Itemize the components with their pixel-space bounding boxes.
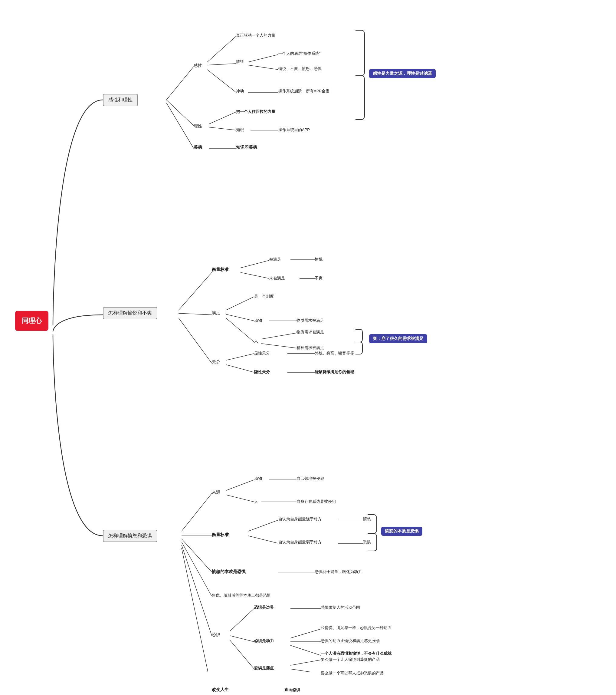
kongju-dongli-desc2: 恐惧的动力比愉悦和满足感更强劲: [321, 638, 380, 644]
qingxu-desc1: 一个人的底层"操作系统": [278, 51, 320, 56]
svg-line-16: [241, 260, 269, 268]
wei-bei-manzhu-label: 未被满足: [269, 275, 285, 281]
xianxing-desc: 外貌、身高、嗓音等等: [315, 351, 354, 356]
ren2-desc2: 精神需求被满足: [297, 345, 324, 351]
connector-lines: [6, 6, 610, 672]
yinxing-tianfen: 隐性天分: [254, 369, 270, 375]
svg-line-37: [226, 495, 254, 502]
benzhi-node: 愤怒的本质是恐惧: [212, 569, 246, 575]
central-label: 同理心: [22, 317, 42, 324]
tianfen-label: 天分: [212, 360, 220, 365]
qingxu-label: 情绪: [236, 59, 244, 65]
svg-line-6: [248, 54, 278, 62]
svg-line-17: [241, 272, 269, 278]
svg-line-7: [248, 65, 278, 70]
yuyue-label: 愉悦: [315, 257, 322, 262]
zhendong-label: 真正驱动一个人的力量: [236, 33, 275, 38]
svg-line-52: [291, 660, 321, 665]
section3-title: 怎样理解愤怒和恐惧: [103, 530, 157, 542]
svg-line-13: [178, 272, 212, 310]
shi-yi-ge-kedu: 是一个刻度: [254, 294, 274, 299]
ren2-desc1: 物质需求被满足: [297, 329, 324, 335]
zirenwei2-label: 自认为自身能量弱于对方: [278, 539, 322, 545]
fengnu-label: 愤怒: [363, 516, 371, 522]
yinxing-desc: 能够持续满足你的领域: [315, 369, 354, 375]
laiyuan-label: 来源: [212, 490, 220, 495]
svg-line-51: [291, 645, 321, 655]
dongwu3-desc: 自己领地被侵犯: [297, 476, 324, 481]
svg-line-10: [209, 127, 236, 130]
svg-line-34: [181, 545, 212, 636]
svg-line-32: [181, 539, 212, 572]
svg-line-53: [291, 669, 321, 672]
svg-line-33: [181, 542, 212, 596]
qingxu-desc2: 愉悦、不爽、愤怒、恐惧: [278, 66, 322, 71]
svg-line-46: [230, 636, 254, 642]
section3-highlight: 愤怒的本质是恐惧: [381, 527, 422, 536]
svg-line-9: [209, 112, 236, 124]
kongju-tongteng-desc1: 要么做一个让人愉悦到爆爽的产品: [321, 657, 380, 662]
hengliangbiaozhun-label: 衡量标准: [212, 267, 229, 272]
kongju-bianjie-label: 恐惧是边界: [254, 605, 274, 610]
svg-line-26: [226, 354, 254, 360]
xianxing-tianfen: 显性天分: [254, 351, 270, 356]
bei-manzhu-label: 被满足: [269, 257, 281, 262]
bushuang-label: 不爽: [315, 275, 322, 281]
section1-highlight: 感性是力量之源，理性是过滤器: [369, 69, 436, 78]
zhishi-desc: 操作系统里的APP: [278, 127, 310, 133]
svg-line-27: [226, 365, 254, 372]
lixing-desc: 把一个人往回拉的力量: [236, 109, 275, 115]
svg-line-36: [226, 480, 254, 490]
zhishi-label: 知识: [236, 127, 244, 133]
lixing-label: 理性: [194, 123, 202, 129]
kongju-main-label: 恐惧: [212, 632, 220, 638]
gaibian-rensheng-desc: 直面恐惧: [284, 687, 300, 693]
kongju-tongteng-label: 恐惧是痛点: [254, 665, 274, 671]
svg-line-25: [261, 343, 297, 348]
svg-line-20: [226, 296, 254, 310]
ren2-label: 人: [254, 338, 258, 344]
svg-line-21: [226, 314, 254, 321]
dongwu2-label: 动物: [254, 318, 262, 323]
meide-label: 美德: [194, 145, 202, 150]
svg-line-1: [166, 100, 194, 125]
kongju-dongli-label: 恐惧是动力: [254, 638, 274, 644]
ren3-label: 人: [254, 499, 258, 504]
kongju-dongli-desc3: 一个人没有恐惧和愉悦，不会有什么成就: [321, 651, 391, 656]
svg-line-5: [207, 70, 236, 92]
svg-line-35: [181, 548, 212, 672]
section2-highlight: 爽：崩了很久的需求被满足: [369, 334, 427, 343]
ganxing-label: 感性: [194, 63, 202, 68]
mind-map: 同理心 感性和理性 感性 真正驱动一个人的力量 情绪 一个人的底层"操作系统" …: [6, 6, 610, 672]
svg-line-14: [178, 313, 212, 315]
chongdong-label: 冲动: [236, 88, 244, 94]
svg-line-4: [207, 64, 236, 65]
svg-line-45: [230, 608, 254, 631]
svg-line-2: [166, 103, 194, 148]
svg-line-15: [178, 318, 212, 363]
kongju-bianjie-desc: 恐惧限制人的活动范围: [321, 605, 360, 610]
zirenwei1-label: 自认为自身能量强于对方: [278, 516, 322, 522]
svg-line-0: [166, 67, 194, 100]
svg-line-22: [226, 318, 254, 342]
ren3-desc: 自身存在感边界被侵犯: [297, 499, 336, 504]
manzhu-label: 满足: [212, 310, 220, 316]
kongju-dongli-desc1: 和愉悦、满足感一样，恐惧是另一种动力: [321, 625, 391, 630]
benzhi-desc: 恐惧弱于能量，转化为动力: [315, 569, 362, 575]
section1-title: 感性和理性: [103, 94, 138, 106]
svg-line-49: [291, 629, 321, 638]
kongju2-label: 恐惧: [363, 539, 371, 545]
chongdong-desc: 操作系统崩溃，所有APP全废: [278, 88, 330, 94]
kongju-tongteng-desc2: 要么做一个可以帮人抵御恐惧的产品: [321, 671, 384, 676]
svg-line-47: [230, 640, 254, 669]
svg-line-41: [248, 536, 278, 543]
gaibian-rensheng-label: 改变人生: [212, 687, 229, 693]
dongwu3-label: 动物: [254, 476, 262, 481]
meide-desc: 知识即美德: [236, 145, 257, 150]
svg-line-3: [207, 36, 236, 62]
central-node: 同理心: [15, 311, 48, 331]
hengliangbiaozhun2-label: 衡量标准: [212, 532, 229, 538]
section2-title: 怎样理解愉悦和不爽: [103, 307, 157, 319]
jiaolv-node: 焦虑、羞耻感等等本质上都是恐惧: [212, 593, 271, 598]
svg-line-24: [261, 333, 297, 339]
